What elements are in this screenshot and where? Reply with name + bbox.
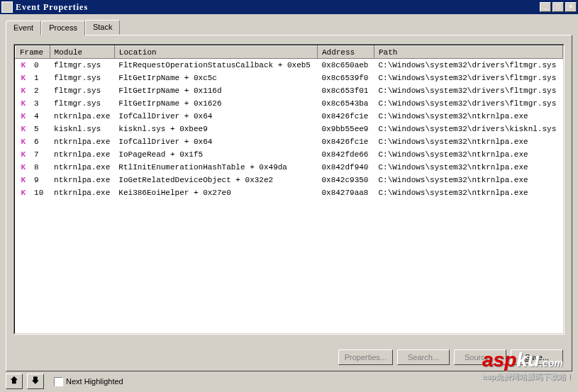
cell-frame: 2 <box>30 84 50 97</box>
cell-location: FltGetIrpName + 0x116d <box>114 84 317 97</box>
cell-frame: 4 <box>30 110 50 123</box>
cell-address: 0x842df940 <box>317 161 374 174</box>
window-buttons: _ □ × <box>540 2 577 12</box>
cell-path: C:\Windows\system32\drivers\kisknl.sys <box>374 123 562 135</box>
table-row[interactable]: K5kisknl.syskisknl.sys + 0xbee90x9bb55ee… <box>16 123 563 135</box>
table-row[interactable]: K2fltmgr.sysFltGetIrpName + 0x116d0x8c65… <box>16 84 563 97</box>
cell-address: 0x8426fc1e <box>317 135 374 148</box>
table-row[interactable]: K8ntkrnlpa.exeRtlInitEnumerationHashTabl… <box>16 161 563 174</box>
cell-module: fltmgr.sys <box>50 72 114 84</box>
cell-location: RtlInitEnumerationHashTable + 0x49da <box>114 161 317 174</box>
col-frame[interactable]: Frame <box>16 46 50 59</box>
cell-frame: 6 <box>30 135 50 148</box>
window-title: Event Properties <box>16 2 540 13</box>
next-highlighted-control[interactable]: Next Highlighted <box>54 377 123 386</box>
cell-address: 0x8c6543ba <box>317 97 374 110</box>
properties-button[interactable]: Properties... <box>338 349 393 365</box>
title-bar: Event Properties _ □ × <box>0 0 578 14</box>
kernel-flag: K <box>16 84 30 97</box>
kernel-flag: K <box>16 148 30 161</box>
stack-table-container: Frame Module Location Address Path K0flt… <box>13 44 565 335</box>
col-path[interactable]: Path <box>374 46 562 59</box>
table-row[interactable]: K0fltmgr.sysFltRequestOperationStatusCal… <box>16 59 563 72</box>
cell-frame: 0 <box>30 59 50 72</box>
cell-location: kisknl.sys + 0xbee9 <box>114 123 317 135</box>
cell-frame: 1 <box>30 72 50 84</box>
kernel-flag: K <box>16 110 30 123</box>
kernel-flag: K <box>16 174 30 186</box>
tab-event[interactable]: Event <box>6 21 41 35</box>
cell-location: IofCallDriver + 0x64 <box>114 110 317 123</box>
cell-location: FltGetIrpName + 0x1626 <box>114 97 317 110</box>
next-event-button[interactable]: 🡇 <box>27 374 44 389</box>
cell-location: FltRequestOperationStatusCallback + 0xeb… <box>114 59 317 72</box>
table-row[interactable]: K9ntkrnlpa.exeIoGetRelatedDeviceObject +… <box>16 174 563 186</box>
tab-strip: Event Process Stack <box>6 20 572 35</box>
cell-module: ntkrnlpa.exe <box>50 174 114 186</box>
cell-address: 0x8c6539f0 <box>317 72 374 84</box>
table-row[interactable]: K3fltmgr.sysFltGetIrpName + 0x16260x8c65… <box>16 97 563 110</box>
tab-pane-stack: Frame Module Location Address Path K0flt… <box>6 35 572 371</box>
stack-table: Frame Module Location Address Path K0flt… <box>15 45 563 199</box>
client-area: Event Process Stack Frame Module Locatio… <box>0 14 578 392</box>
table-header-row: Frame Module Location Address Path <box>16 46 563 59</box>
cell-path: C:\Windows\system32\ntkrnlpa.exe <box>374 148 562 161</box>
kernel-flag: K <box>16 186 30 199</box>
kernel-flag: K <box>16 161 30 174</box>
cell-path: C:\Windows\system32\drivers\fltmgr.sys <box>374 59 562 72</box>
kernel-flag: K <box>16 72 30 84</box>
cell-path: C:\Windows\system32\ntkrnlpa.exe <box>374 174 562 186</box>
cell-frame: 8 <box>30 161 50 174</box>
cell-module: ntkrnlpa.exe <box>50 148 114 161</box>
table-row[interactable]: K10ntkrnlpa.exeKei386EoiHelper + 0x27e00… <box>16 186 563 199</box>
cell-location: IofCallDriver + 0x64 <box>114 135 317 148</box>
cell-address: 0x9bb55ee9 <box>317 123 374 135</box>
next-highlighted-label: Next Highlighted <box>66 377 123 386</box>
cell-frame: 10 <box>30 186 50 199</box>
cell-location: IoGetRelatedDeviceObject + 0x32e2 <box>114 174 317 186</box>
table-row[interactable]: K6ntkrnlpa.exeIofCallDriver + 0x640x8426… <box>16 135 563 148</box>
close-button[interactable]: × <box>565 2 577 12</box>
kernel-flag: K <box>16 123 30 135</box>
tab-process[interactable]: Process <box>41 21 85 35</box>
search-button[interactable]: Search... <box>397 349 450 365</box>
cell-address: 0x842c9350 <box>317 174 374 186</box>
kernel-flag: K <box>16 135 30 148</box>
cell-path: C:\Windows\system32\ntkrnlpa.exe <box>374 186 562 199</box>
table-row[interactable]: K1fltmgr.sysFltGetIrpName + 0xc5c0x8c653… <box>16 72 563 84</box>
prev-event-button[interactable]: 🡅 <box>6 374 23 389</box>
next-highlighted-checkbox[interactable] <box>54 377 63 386</box>
cell-frame: 7 <box>30 148 50 161</box>
minimize-button[interactable]: _ <box>540 2 551 12</box>
cell-path: C:\Windows\system32\ntkrnlpa.exe <box>374 135 562 148</box>
cell-frame: 3 <box>30 97 50 110</box>
cell-module: ntkrnlpa.exe <box>50 135 114 148</box>
cell-path: C:\Windows\system32\drivers\fltmgr.sys <box>374 72 562 84</box>
cell-path: C:\Windows\system32\drivers\fltmgr.sys <box>374 84 562 97</box>
kernel-flag: K <box>16 59 30 72</box>
maximize-button[interactable]: □ <box>552 2 564 12</box>
save-button[interactable]: Save... <box>511 349 563 365</box>
source-button[interactable]: Source... <box>454 349 506 365</box>
cell-address: 0x842fde66 <box>317 148 374 161</box>
button-row: Properties... Search... Source... Save..… <box>338 349 563 365</box>
cell-path: C:\Windows\system32\ntkrnlpa.exe <box>374 110 562 123</box>
col-module[interactable]: Module <box>50 46 114 59</box>
cell-module: ntkrnlpa.exe <box>50 186 114 199</box>
cell-address: 0x8c653f01 <box>317 84 374 97</box>
cell-address: 0x84279aa8 <box>317 186 374 199</box>
col-location[interactable]: Location <box>114 46 317 59</box>
cell-module: fltmgr.sys <box>50 97 114 110</box>
app-icon <box>1 1 13 13</box>
cell-module: ntkrnlpa.exe <box>50 110 114 123</box>
cell-module: fltmgr.sys <box>50 59 114 72</box>
cell-module: ntkrnlpa.exe <box>50 161 114 174</box>
col-address[interactable]: Address <box>317 46 374 59</box>
table-row[interactable]: K7ntkrnlpa.exeIoPageRead + 0x1f50x842fde… <box>16 148 563 161</box>
cell-address: 0x8c650aeb <box>317 59 374 72</box>
cell-path: C:\Windows\system32\drivers\fltmgr.sys <box>374 97 562 110</box>
bottom-toolbar: 🡅 🡇 Next Highlighted <box>6 374 123 389</box>
table-row[interactable]: K4ntkrnlpa.exeIofCallDriver + 0x640x8426… <box>16 110 563 123</box>
cell-address: 0x8426fc1e <box>317 110 374 123</box>
tab-stack[interactable]: Stack <box>85 20 121 35</box>
